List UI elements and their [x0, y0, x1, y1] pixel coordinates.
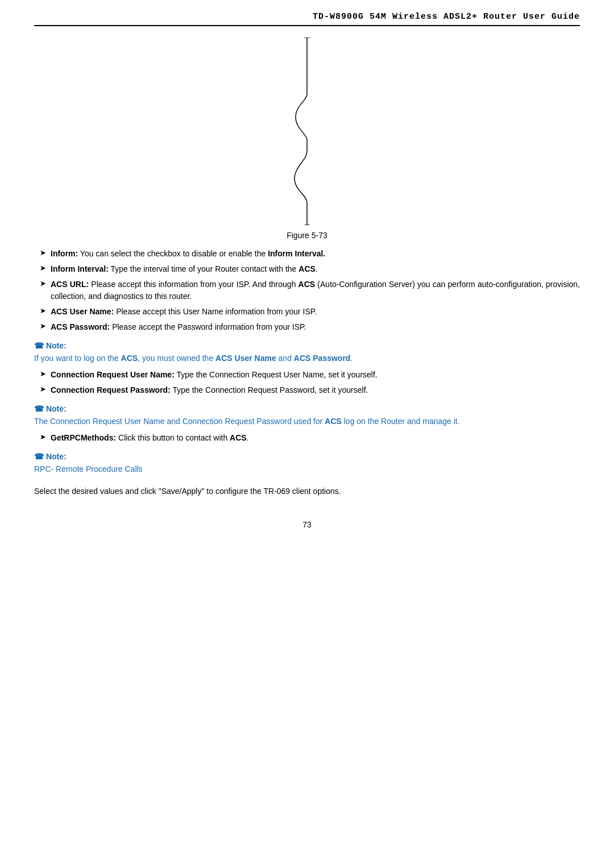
bullet-label: Connection Request Password: [51, 385, 171, 394]
note-label-2: ☎ Note: [34, 404, 580, 413]
bullet-arrow: ➤ [40, 322, 46, 330]
bullet-text: Connection Request User Name: Type the C… [51, 369, 377, 381]
note-text-2: The Connection Request User Name and Con… [34, 416, 580, 427]
bullet-arrow: ➤ [40, 279, 46, 288]
list-item: ➤ ACS URL: Please accept this informatio… [34, 279, 580, 302]
bullet-text: ACS Password: Please accept the Password… [51, 321, 306, 333]
note-password-link: ACS Password [294, 354, 351, 363]
note-section-3: ☎ Note: RPC- Remote Procedure Calls [34, 452, 580, 475]
list-item: ➤ Connection Request Password: Type the … [34, 384, 580, 396]
footer-paragraph: Select the desired values and click "Sav… [34, 485, 580, 497]
bullet-list-1: ➤ Inform: You can select the checkbox to… [34, 248, 580, 333]
list-item: ➤ Inform: You can select the checkbox to… [34, 248, 580, 260]
bullet-arrow: ➤ [40, 369, 46, 378]
figure-area: Figure 5-73 [34, 38, 580, 242]
bullet-text: Inform: You can select the checkbox to d… [51, 248, 325, 260]
note-phone-icon-3: ☎ [34, 452, 44, 461]
note-label-3: ☎ Note: [34, 452, 580, 461]
list-item: ➤ Inform Interval: Type the interval tim… [34, 263, 580, 275]
bullet-arrow: ➤ [40, 306, 46, 315]
figure-caption: Figure 5-73 [287, 231, 327, 240]
list-item: ➤ Connection Request User Name: Type the… [34, 369, 580, 381]
figure-box: Figure 5-73 [284, 38, 330, 240]
highlight-text: ACS [230, 433, 247, 442]
bullet-text: GetRPCMethods: Click this button to cont… [51, 432, 249, 444]
note-text-1: If you want to log on the ACS, you must … [34, 352, 580, 364]
note-acs-link: ACS [121, 354, 138, 363]
bullet-text: Connection Request Password: Type the Co… [51, 384, 368, 396]
note-section-1: ☎ Note: If you want to log on the ACS, y… [34, 341, 580, 364]
bullet-arrow: ➤ [40, 264, 46, 272]
highlight-text: ACS [298, 264, 316, 273]
note-text-3: RPC- Remote Procedure Calls [34, 463, 580, 475]
bullet-text: ACS User Name: Please accept this User N… [51, 306, 317, 318]
figure-image [284, 38, 330, 225]
bullet-arrow: ➤ [40, 433, 46, 441]
note-username-link: ACS User Name [215, 354, 276, 363]
header-title: TD-W8900G 54M Wireless ADSL2+ Router Use… [313, 12, 580, 22]
bullet-list-2: ➤ Connection Request User Name: Type the… [34, 369, 580, 396]
content-area: ➤ Inform: You can select the checkbox to… [34, 248, 580, 497]
bullet-label: GetRPCMethods: [51, 433, 116, 442]
list-item: ➤ GetRPCMethods: Click this button to co… [34, 432, 580, 444]
note-phone-icon-2: ☎ [34, 404, 44, 413]
note2-acs-link: ACS [325, 417, 342, 426]
bullet-arrow: ➤ [40, 385, 46, 393]
highlight-text: ACS [298, 280, 316, 289]
bullet-label: Inform Interval: [51, 264, 109, 273]
bullet-list-3: ➤ GetRPCMethods: Click this button to co… [34, 432, 580, 444]
bullet-label: Connection Request User Name: [51, 370, 175, 379]
page-header: TD-W8900G 54M Wireless ADSL2+ Router Use… [34, 11, 580, 26]
note-label-1: ☎ Note: [34, 341, 580, 350]
note-phone-icon: ☎ [34, 341, 44, 350]
bullet-text: Inform Interval: Type the interval time … [51, 263, 318, 275]
bullet-arrow: ➤ [40, 248, 46, 257]
bullet-label: Inform: [51, 249, 78, 258]
bullet-text: ACS URL: Please accept this information … [51, 279, 580, 302]
highlight-text: Inform Interval. [268, 249, 325, 258]
list-item: ➤ ACS Password: Please accept the Passwo… [34, 321, 580, 333]
bullet-label: ACS Password: [51, 322, 110, 331]
bullet-label: ACS User Name: [51, 307, 114, 316]
page-number: 73 [34, 520, 580, 529]
list-item: ➤ ACS User Name: Please accept this User… [34, 306, 580, 318]
note-section-2: ☎ Note: The Connection Request User Name… [34, 404, 580, 427]
bullet-label: ACS URL: [51, 280, 89, 289]
